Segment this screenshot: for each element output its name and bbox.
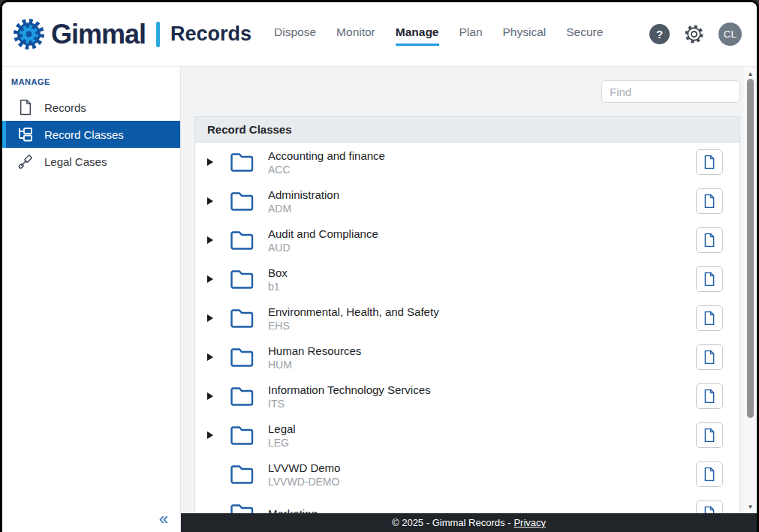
record-class-details-button[interactable] [696, 305, 723, 331]
folder-icon [230, 191, 255, 212]
header-icons: ? CL [649, 23, 742, 46]
record-class-text: Legal LEG [268, 422, 296, 449]
record-class-details-button[interactable] [696, 266, 723, 292]
record-class-title[interactable]: Human Resources [268, 344, 361, 358]
record-class-details-button[interactable] [696, 227, 723, 253]
folder-icon [230, 230, 255, 251]
record-class-title[interactable]: Marketing [268, 506, 318, 514]
expand-arrow-icon[interactable] [207, 197, 224, 205]
nav-plan[interactable]: Plan [459, 26, 483, 46]
expand-arrow-icon[interactable] [207, 392, 224, 400]
record-class-list: Accounting and finance ACC Administratio… [195, 143, 739, 513]
sidebar-item-legal-cases[interactable]: Legal Cases [2, 148, 180, 175]
record-class-details-button[interactable] [696, 188, 723, 214]
record-class-row: Audit and Compliance AUD [195, 221, 739, 260]
folder-icon [230, 503, 255, 514]
record-class-details-button[interactable] [696, 500, 723, 513]
nav-physical[interactable]: Physical [503, 26, 547, 46]
expand-arrow-icon[interactable] [207, 158, 224, 166]
folder-icon [230, 464, 255, 485]
record-class-details-button[interactable] [696, 383, 723, 409]
settings-gear-icon[interactable] [684, 24, 704, 44]
sidebar: MANAGE Records [2, 67, 181, 532]
record-class-text: Information Technology Services ITS [268, 383, 431, 410]
record-class-code: ACC [268, 163, 385, 176]
find-row [194, 80, 740, 103]
record-class-row: Administration ADM [195, 182, 739, 221]
expand-arrow-icon[interactable] [207, 431, 224, 439]
record-class-details-button[interactable] [696, 344, 723, 370]
find-input[interactable] [601, 80, 740, 103]
record-class-code: ADM [268, 202, 339, 215]
sidebar-item-label: Records [44, 101, 86, 114]
main-content: Record Classes Accounting and finance AC… [181, 67, 757, 513]
brand-name: Gimmal [51, 19, 146, 50]
scrollbar-thumb[interactable] [747, 79, 754, 418]
record-class-row: Marketing [195, 494, 739, 513]
folder-icon [230, 269, 255, 290]
app-window: Gimmal Records Dispose Monitor Manage Pl… [0, 0, 759, 532]
sidebar-item-record-classes[interactable]: Record Classes [2, 121, 180, 148]
privacy-link[interactable]: Privacy [514, 517, 546, 528]
expand-arrow-icon[interactable] [207, 236, 224, 244]
record-class-title[interactable]: Box [268, 266, 288, 280]
nav-monitor[interactable]: Monitor [336, 26, 375, 46]
record-class-row: Information Technology Services ITS [195, 377, 739, 416]
record-class-code: b1 [268, 280, 288, 293]
folder-icon [230, 425, 255, 446]
brand: Gimmal Records [11, 17, 251, 52]
document-icon [16, 99, 35, 116]
sidebar-collapse-icon[interactable]: « [159, 511, 168, 527]
expand-arrow-icon[interactable] [207, 353, 224, 361]
expand-arrow-icon[interactable] [207, 314, 224, 322]
record-class-title[interactable]: Information Technology Services [268, 383, 431, 397]
record-classes-panel: Record Classes Accounting and finance AC… [194, 116, 740, 513]
record-class-text: Environmental, Health, and Safety EHS [268, 305, 439, 332]
record-class-code: HUM [268, 358, 361, 371]
record-class-title[interactable]: LVVWD Demo [268, 461, 340, 475]
record-class-text: LVVWD Demo LVVWD-DEMO [268, 461, 340, 488]
scroll-down-icon[interactable]: ▼ [744, 501, 757, 512]
record-class-details-button[interactable] [696, 149, 723, 175]
record-class-code: AUD [268, 241, 378, 254]
nav-secure[interactable]: Secure [566, 26, 603, 46]
record-class-details-button[interactable] [696, 422, 723, 448]
record-class-code: ITS [268, 397, 431, 410]
record-class-text: Audit and Compliance AUD [268, 227, 378, 254]
user-avatar[interactable]: CL [718, 23, 742, 46]
record-class-text: Human Resources HUM [268, 344, 361, 371]
top-header: Gimmal Records Dispose Monitor Manage Pl… [2, 2, 757, 67]
copyright-text: © 2025 - Gimmal Records - [392, 517, 511, 528]
record-class-title[interactable]: Accounting and finance [268, 149, 385, 163]
record-class-text: Box b1 [268, 266, 288, 293]
brand-product: Records [170, 23, 251, 46]
record-class-title[interactable]: Audit and Compliance [268, 227, 378, 241]
record-class-title[interactable]: Environmental, Health, and Safety [268, 305, 439, 319]
record-class-row: Environmental, Health, and Safety EHS [195, 299, 739, 338]
gimmal-gear-logo [11, 17, 47, 52]
expand-arrow-icon[interactable] [207, 275, 224, 283]
help-icon[interactable]: ? [649, 24, 670, 44]
main-nav: Dispose Monitor Manage Plan Physical Sec… [274, 26, 603, 46]
folder-icon [230, 308, 255, 329]
app-body: MANAGE Records [2, 67, 757, 532]
sidebar-section-label: MANAGE [2, 74, 180, 94]
nav-dispose[interactable]: Dispose [274, 26, 316, 46]
record-class-code: EHS [268, 319, 439, 332]
record-class-row: Accounting and finance ACC [195, 143, 739, 182]
sidebar-item-records[interactable]: Records [2, 94, 180, 121]
main-area: Record Classes Accounting and finance AC… [181, 67, 757, 532]
record-class-title[interactable]: Legal [268, 422, 296, 436]
record-class-text: Marketing [268, 506, 318, 514]
nav-manage[interactable]: Manage [396, 26, 439, 46]
record-class-text: Accounting and finance ACC [268, 149, 385, 176]
sidebar-item-label: Record Classes [44, 128, 124, 141]
tree-icon [16, 126, 35, 143]
folder-icon [230, 152, 255, 173]
record-class-row: Human Resources HUM [195, 338, 739, 377]
record-class-details-button[interactable] [696, 461, 723, 487]
scroll-up-icon[interactable]: ▲ [744, 68, 757, 79]
record-class-title[interactable]: Administration [268, 188, 339, 202]
record-class-row: LVVWD Demo LVVWD-DEMO [195, 455, 739, 494]
vertical-scrollbar[interactable]: ▲ ▼ [744, 67, 757, 513]
